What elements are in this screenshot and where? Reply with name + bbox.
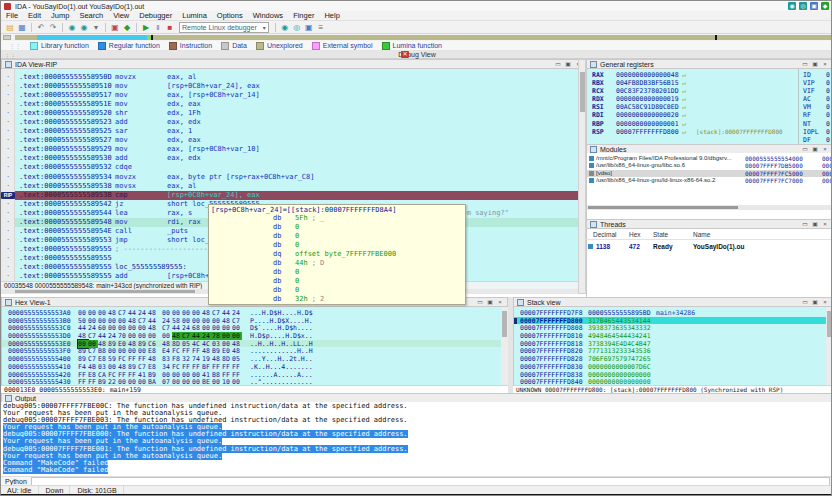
- navigation-band[interactable]: [1, 34, 832, 41]
- disasm-line[interactable]: ·.text:0000555555589525sareax, 1: [1, 127, 578, 136]
- hex-byte[interactable]: 00: [128, 378, 138, 385]
- stack-row[interactable]: 00007FFFFFFFD8083938373635343332: [514, 324, 832, 332]
- register-row[interactable]: RBX004FB8DB3BF56B15↵: [587, 79, 832, 87]
- open-file-icon[interactable]: ▤: [5, 22, 16, 33]
- disasm-line[interactable]: ·.text:000055555558951Emovedx, eax: [1, 100, 578, 109]
- stackview-vscrollbar[interactable]: [826, 307, 832, 385]
- disasm-line[interactable]: ·.text:0000555555589532cdqe: [1, 163, 578, 172]
- disasm-line[interactable]: ·.text:0000555555589523addeax, edx: [1, 118, 578, 127]
- restore-icon[interactable]: ▭: [801, 60, 809, 68]
- float-icon[interactable]: ▣: [811, 145, 819, 153]
- disasm-vscroll-thumb[interactable]: [580, 72, 585, 112]
- disasm-line[interactable]: ·.text:0000555555589517moveax, [rsp+0C8h…: [1, 91, 578, 100]
- help-icon[interactable]: ◆: [821, 2, 829, 10]
- stack-row[interactable]: 00007FFFFFFFD8104948464544434241: [514, 332, 832, 340]
- hex-byte[interactable]: 22: [108, 378, 118, 385]
- register-value[interactable]: 00AC58C91D80C0ED: [616, 103, 679, 111]
- structures-icon[interactable]: ▣: [110, 22, 121, 33]
- hex-byte[interactable]: 00: [118, 378, 128, 385]
- close-icon[interactable]: ×: [496, 298, 504, 306]
- float-icon[interactable]: ▣: [486, 298, 494, 306]
- disasm-line[interactable]: ·.text:0000555555589529moveax, [rsp+0C8h…: [1, 145, 578, 154]
- hex-row[interactable]: 00005555555553A000000048C744244800000000…: [2, 309, 508, 317]
- register-row[interactable]: RSI00AC58C91D80C0ED↵: [587, 103, 832, 111]
- register-row[interactable]: RDI0000000000000020↵: [587, 111, 832, 119]
- restore-icon[interactable]: ▭: [801, 220, 809, 228]
- module-row[interactable]: /usr/lib/x86_64-linux-gnu/libc.so.600007…: [587, 162, 832, 169]
- hex-byte[interactable]: BA: [148, 378, 158, 385]
- column-decimal[interactable]: Decimal: [593, 231, 616, 238]
- column-state[interactable]: State: [653, 231, 668, 238]
- hex-row[interactable]: 0000555555555420FFE8CAFCFFFF41B900000000…: [2, 371, 508, 379]
- hex-byte[interactable]: 00: [138, 378, 148, 385]
- output-line[interactable]: debug005:00007FFFF7FBE000: The function …: [1, 430, 832, 437]
- column-name[interactable]: Name: [693, 231, 710, 238]
- register-value[interactable]: 0000000000000001: [616, 120, 679, 128]
- hex-byte[interactable]: 10: [222, 378, 232, 385]
- output-line[interactable]: debug005:00007FFFF7FBE001: The function …: [1, 445, 832, 452]
- register-value[interactable]: 004FB8DB3BF56B15: [616, 79, 679, 87]
- threads-column-header[interactable]: Decimal Hex State Name: [586, 231, 832, 240]
- output-log[interactable]: debug005:00007FFFF7FBE00C: The function …: [1, 402, 832, 476]
- hex-byte[interactable]: 00: [232, 378, 242, 385]
- tab-close-icon[interactable]: ✕: [401, 51, 409, 58]
- hex-row[interactable]: 000055555555540089C7E859FCFFFF4883F83274…: [2, 355, 508, 363]
- menu-help[interactable]: Help: [319, 11, 344, 20]
- output-line[interactable]: debug005:00007FFFF7FBE003: The function …: [1, 416, 832, 423]
- hex-row[interactable]: 00005555555553F089C7B800000000E8E4FCFFFF…: [2, 347, 508, 355]
- nav-back-icon[interactable]: ◉: [67, 22, 78, 33]
- tab-debug-view[interactable]: Debug View: [1, 51, 832, 58]
- output-line[interactable]: Command "MakeCode" failed: [1, 459, 832, 466]
- register-value[interactable]: 00C83F23780201DD: [616, 87, 679, 95]
- menu-debugger[interactable]: Debugger: [134, 11, 177, 20]
- stack-row[interactable]: 00007FFFFFFFD8183738394E4D4C4B47: [514, 340, 832, 348]
- hex-row[interactable]: 00005555555553C04424600000000048C7442468…: [2, 324, 508, 332]
- stack-row[interactable]: 00007FFFFFFFD7F800005555555895BDmain+342…: [514, 309, 832, 317]
- disasm-hscroll-thumb[interactable]: [15, 290, 195, 293]
- register-value[interactable]: 00007FFFFFFFD800: [616, 128, 679, 136]
- menu-view[interactable]: View: [108, 11, 134, 20]
- disasm-line[interactable]: ·.text:0000555555589527movedx, eax: [1, 136, 578, 145]
- run-until-return-icon[interactable]: ▣: [303, 22, 314, 33]
- menu-search[interactable]: Search: [74, 11, 108, 20]
- stack-row[interactable]: 00007FFFFFFFD828706F697579747265: [514, 355, 832, 363]
- close-icon[interactable]: ×: [821, 220, 829, 228]
- step-over-icon[interactable]: ◎: [291, 22, 302, 33]
- output-line[interactable]: Command "MakeCode" failed: [1, 466, 832, 473]
- modules-hscrollbar[interactable]: [587, 205, 832, 210]
- output-line[interactable]: Your request has been put in the autoana…: [1, 452, 832, 459]
- hex-row[interactable]: 00005555555553B0500000000048C74424580000…: [2, 317, 508, 325]
- register-value[interactable]: 0000000000000020: [616, 111, 679, 119]
- menu-file[interactable]: File: [1, 11, 23, 20]
- quick-view-icon[interactable]: ◉: [788, 2, 796, 10]
- disasm-line[interactable]: RIP.text:000055555558953Bcmp[rsp+0C8h+va…: [1, 191, 578, 200]
- undo-icon[interactable]: ↶: [36, 22, 47, 33]
- close-icon[interactable]: ×: [821, 298, 829, 306]
- menu-edit[interactable]: Edit: [23, 11, 46, 20]
- stack-list[interactable]: 00007FFFFFFFD7F800005555555895BDmain+342…: [513, 307, 832, 385]
- nav-forward-icon[interactable]: ◉: [79, 22, 90, 33]
- register-row[interactable]: RSP00007FFFFFFFD800↵[stack]:00007FFFFFFF…: [587, 128, 832, 136]
- float-icon[interactable]: ▣: [811, 220, 819, 228]
- register-row[interactable]: RBP0000000000000001↵: [587, 120, 832, 128]
- module-row[interactable]: [vdso]00007FFFF7FC50000000000: [587, 170, 832, 177]
- nav-dropdown-icon[interactable]: ▾: [91, 22, 102, 33]
- register-row[interactable]: RAX0000000000000048↵: [587, 71, 832, 79]
- hex-row[interactable]: 00005555555553E000004889E04889C6488D054C…: [2, 340, 508, 348]
- flag-row[interactable]: DF0: [799, 136, 832, 144]
- thread-row[interactable]: 1138 472 Ready YouSayIDo(1).ou: [586, 243, 832, 251]
- output-line[interactable]: debug005:00007FFFF7FBE00C: The function …: [1, 402, 832, 409]
- modules-hscroll-thumb[interactable]: [588, 206, 738, 209]
- hex-byte[interactable]: 00: [212, 378, 222, 385]
- flag-row[interactable]: AC0: [799, 95, 832, 103]
- module-row[interactable]: /usr/lib/x86_64-linux-gnu/ld-linux-x86-6…: [587, 177, 832, 184]
- disasm-line[interactable]: ·.text:0000555555589538movsxeax, al: [1, 182, 578, 191]
- stack-row[interactable]: 00007FFFFFFFD800317B465443534144: [514, 317, 832, 325]
- hex-byte[interactable]: FF: [78, 378, 88, 385]
- disasm-vscrollbar[interactable]: [578, 59, 586, 294]
- hexview-vscrollbar[interactable]: [501, 307, 508, 385]
- register-value[interactable]: 0000000000000019: [616, 95, 679, 103]
- menu-options[interactable]: Options: [212, 11, 248, 20]
- hex-byte[interactable]: 00: [182, 378, 192, 385]
- restore-icon[interactable]: ▭: [801, 298, 809, 306]
